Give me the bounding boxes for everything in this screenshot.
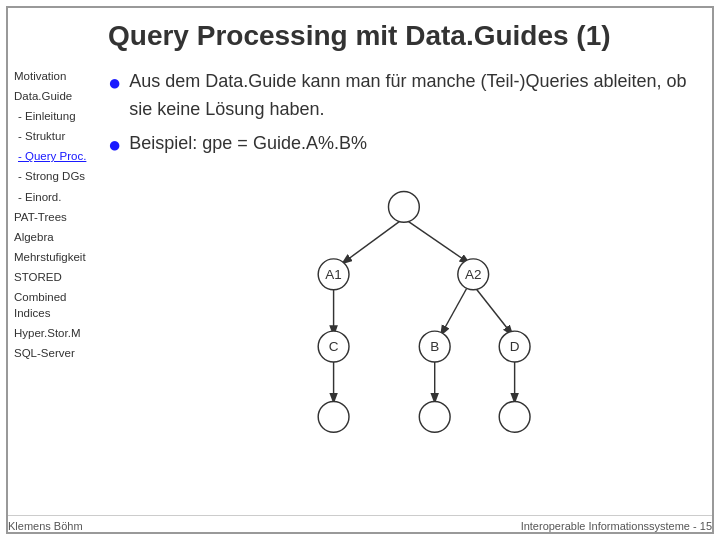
sidebar-item-struktur[interactable]: - Struktur — [14, 128, 92, 144]
sidebar-item-algebra[interactable]: Algebra — [14, 229, 92, 245]
svg-line-1 — [407, 220, 469, 262]
sidebar-label-einord: - Einord. — [18, 191, 61, 203]
svg-text:A1: A1 — [325, 267, 341, 282]
bullet-text-1: Aus dem Data.Guide kann man für manche (… — [129, 68, 694, 124]
sidebar-item-einord[interactable]: - Einord. — [14, 189, 92, 205]
svg-line-4 — [476, 289, 512, 334]
sidebar-item-mehrstufigkeit[interactable]: Mehrstufigkeit — [14, 249, 92, 265]
sidebar-item-einleitung[interactable]: - Einleitung — [14, 108, 92, 124]
sidebar-item-query-proc[interactable]: - Query Proc. — [14, 148, 92, 164]
sidebar-item-dataguide[interactable]: Data.Guide — [14, 88, 92, 104]
footer-author: Klemens Böhm — [8, 520, 83, 532]
bullet-item-1: ● Aus dem Data.Guide kann man für manche… — [108, 68, 694, 124]
sidebar-item-stored[interactable]: STORED — [14, 269, 92, 285]
sidebar-item-motivation[interactable]: Motivation — [14, 68, 92, 84]
svg-line-3 — [441, 289, 466, 334]
sidebar-item-sql-server[interactable]: SQL-Server — [14, 345, 92, 361]
svg-text:B: B — [430, 339, 439, 354]
svg-point-20 — [419, 401, 450, 432]
sidebar-item-strong-dgs[interactable]: - Strong DGs — [14, 168, 92, 184]
svg-point-8 — [388, 191, 419, 222]
sidebar-item-combined-indices[interactable]: Combined Indices — [14, 289, 92, 321]
svg-line-0 — [343, 220, 401, 262]
svg-text:C: C — [329, 339, 339, 354]
bullet-text-2: Beispiel: gpe = Guide.A%.B% — [129, 130, 367, 158]
bullet-dot-2: ● — [108, 128, 121, 162]
sidebar-label-query-proc: - Query Proc. — [18, 150, 86, 162]
sidebar-label-pat-trees: PAT-Trees — [14, 211, 67, 223]
sidebar-label-hyperstorm: Hyper.Stor.M — [14, 327, 80, 339]
sidebar-label-dataguide: Data.Guide — [14, 90, 72, 102]
footer-page: Interoperable Informationssysteme - 15 — [521, 520, 712, 532]
sidebar-label-algebra: Algebra — [14, 231, 54, 243]
tree-diagram: A1 A2 C B D — [108, 178, 694, 503]
sidebar-label-mehrstufigkeit: Mehrstufigkeit — [14, 251, 86, 263]
sidebar-label-struktur: - Struktur — [18, 130, 65, 142]
svg-text:D: D — [510, 339, 520, 354]
bullet-item-2: ● Beispiel: gpe = Guide.A%.B% — [108, 130, 694, 162]
footer: Klemens Böhm Interoperable Informationss… — [8, 515, 712, 532]
svg-point-21 — [499, 401, 530, 432]
main-content: Query Processing mit Data.Guides (1) ● A… — [98, 8, 712, 511]
svg-point-19 — [318, 401, 349, 432]
bullet-dot-1: ● — [108, 66, 121, 100]
svg-text:A2: A2 — [465, 267, 481, 282]
sidebar-label-stored: STORED — [14, 271, 62, 283]
bullet-list: ● Aus dem Data.Guide kann man für manche… — [108, 68, 694, 168]
sidebar: Motivation Data.Guide - Einleitung - Str… — [8, 8, 98, 511]
sidebar-label-combined-indices: Combined Indices — [14, 291, 66, 319]
sidebar-label-strong-dgs: - Strong DGs — [18, 170, 85, 182]
sidebar-label-einleitung: - Einleitung — [18, 110, 76, 122]
sidebar-label-motivation: Motivation — [14, 70, 66, 82]
sidebar-item-pat-trees[interactable]: PAT-Trees — [14, 209, 92, 225]
sidebar-label-sql-server: SQL-Server — [14, 347, 75, 359]
sidebar-item-hyperstorm[interactable]: Hyper.Stor.M — [14, 325, 92, 341]
page-title: Query Processing mit Data.Guides (1) — [108, 20, 694, 52]
tree-svg: A1 A2 C B D — [221, 178, 581, 438]
